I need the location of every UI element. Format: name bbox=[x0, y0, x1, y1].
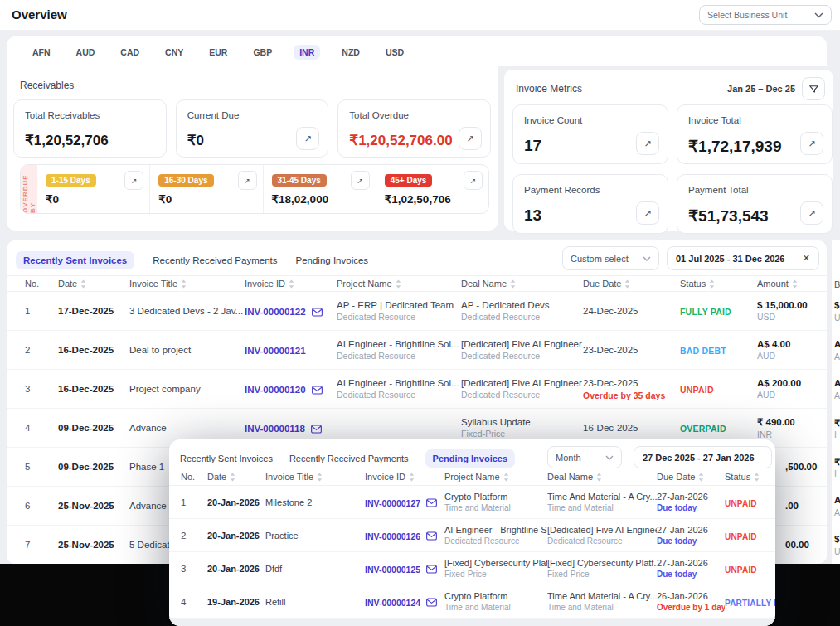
table-row[interactable]: 320-Jan-2026DfdfINV-00000125[Fixed] Cybe… bbox=[169, 552, 775, 585]
currency-tab-nzd[interactable]: NZD bbox=[337, 45, 364, 60]
invoice-id-link[interactable]: INV-00000127 bbox=[365, 498, 437, 508]
clear-date-icon[interactable]: ✕ bbox=[796, 253, 810, 264]
email-icon[interactable] bbox=[426, 598, 437, 607]
column-header-label: Date bbox=[207, 472, 226, 482]
open-details-button[interactable]: ↗ bbox=[464, 171, 483, 190]
email-icon[interactable] bbox=[311, 425, 322, 434]
table-row[interactable]: 419-Jan-2026RefillINV-00000124Crypto Pla… bbox=[169, 585, 775, 619]
cell-invoice-id: INV-00000122 bbox=[245, 303, 337, 318]
currency-tab-gbp[interactable]: GBP bbox=[249, 45, 276, 60]
table-row[interactable]: 120-Jan-2026Milestone 2INV-00000127Crypt… bbox=[169, 486, 775, 519]
invoice-id-link[interactable]: INV-00000126 bbox=[365, 531, 437, 541]
modal-date-range-input[interactable]: 27 Dec 2025 - 27 Jan 2026 bbox=[634, 446, 772, 468]
currency-tab-aud[interactable]: AUD bbox=[72, 45, 100, 60]
sort-icon[interactable] bbox=[230, 473, 235, 482]
open-details-button[interactable]: ↗ bbox=[296, 127, 319, 150]
metric-card: Payment Records13↗ bbox=[512, 174, 668, 234]
email-icon[interactable] bbox=[426, 498, 437, 507]
cell-amount: $ 15,000.00USD bbox=[757, 300, 827, 322]
due-date-value: 23-Dec-2025 bbox=[583, 378, 673, 388]
open-details-button[interactable]: ↗ bbox=[800, 132, 823, 155]
top-header: Overview Select Business Unit bbox=[0, 0, 840, 31]
open-details-button[interactable]: ↗ bbox=[636, 201, 659, 225]
cell-line1: [Dedicated] Five AI Engineer bbox=[461, 378, 576, 388]
invoice-metrics-cards: Invoice Count17↗Invoice Total₹1,72,17,93… bbox=[512, 104, 833, 234]
tab-pending-invoices[interactable]: Pending Invoices bbox=[296, 255, 369, 265]
sort-icon[interactable] bbox=[624, 279, 630, 289]
sort-icon[interactable] bbox=[503, 473, 509, 482]
modal-tab-recently-received-payments[interactable]: Recently Received Payments bbox=[289, 454, 409, 463]
date-range-input[interactable]: 01 Jul 2025 - 31 Dec 2026 ✕ bbox=[667, 246, 819, 270]
modal-tab-pending-invoices[interactable]: Pending Invoices bbox=[425, 449, 515, 468]
sort-icon[interactable] bbox=[709, 279, 715, 289]
tab-recently-sent-invoices[interactable]: Recently Sent Invoices bbox=[16, 251, 134, 269]
due-note: Due today bbox=[657, 503, 718, 512]
cell-due-date: 27-Jan-2026Due today bbox=[657, 492, 725, 512]
email-icon[interactable] bbox=[426, 531, 437, 541]
currency-tab-inr[interactable]: INR bbox=[294, 45, 320, 60]
invoice-id-link[interactable]: INV-00000120 bbox=[245, 385, 323, 395]
clipped-balance-column: B$UAAAA₹I₹IAA$U bbox=[832, 240, 840, 564]
status-badge: OVERPAID bbox=[680, 424, 726, 434]
cell-due-date: 23-Dec-2025 bbox=[583, 345, 680, 355]
open-details-button[interactable]: ↗ bbox=[238, 171, 257, 190]
email-icon[interactable] bbox=[426, 565, 437, 574]
email-icon[interactable] bbox=[312, 386, 323, 395]
balance-fragment: $ bbox=[834, 300, 839, 310]
sort-icon[interactable] bbox=[317, 473, 323, 482]
sort-icon[interactable] bbox=[396, 279, 401, 289]
cell-line2: Time and Material bbox=[547, 603, 650, 612]
period-select[interactable]: Custom select bbox=[562, 246, 659, 270]
balance-fragment: ₹ bbox=[834, 456, 840, 468]
table-row[interactable]: 117-Dec-20253 Dedicated Devs - 2 Jav...I… bbox=[7, 292, 827, 331]
invoice-id-link[interactable]: INV-00000124 bbox=[365, 598, 437, 608]
balance-fragment: A bbox=[834, 339, 840, 349]
amount-currency: AUD bbox=[757, 351, 820, 361]
table-row[interactable]: 220-Jan-2026PracticeINV-00000126AI Engin… bbox=[169, 519, 775, 552]
invoice-id-link[interactable]: INV-00000122 bbox=[245, 307, 323, 317]
invoice-id-link[interactable]: INV-00000118 bbox=[245, 424, 322, 434]
sort-icon[interactable] bbox=[754, 473, 760, 482]
sort-icon[interactable] bbox=[596, 473, 602, 482]
column-header-inner: Invoice ID bbox=[365, 472, 444, 482]
invoice-id-link[interactable]: INV-00000121 bbox=[245, 346, 306, 356]
table-row[interactable]: 216-Dec-2025Deal to projectINV-00000121A… bbox=[7, 331, 827, 370]
modal-tab-recently-sent-invoices[interactable]: Recently Sent Invoices bbox=[180, 454, 273, 463]
tab-recently-received-payments[interactable]: Recently Received Payments bbox=[153, 255, 277, 265]
open-details-button[interactable]: ↗ bbox=[636, 132, 659, 155]
funnel-icon bbox=[808, 84, 819, 95]
sort-icon[interactable] bbox=[181, 279, 187, 289]
cell-line2: Fixed-Price bbox=[547, 570, 650, 579]
table-row[interactable]: 316-Dec-2025Project companyINV-00000120A… bbox=[7, 370, 827, 409]
sort-icon[interactable] bbox=[80, 279, 86, 289]
open-details-button[interactable]: ↗ bbox=[459, 127, 482, 150]
business-unit-select[interactable]: Select Business Unit bbox=[699, 5, 832, 25]
filter-button[interactable] bbox=[802, 77, 825, 100]
sort-icon[interactable] bbox=[409, 473, 415, 482]
cell-amount: A$ 200.00AUD bbox=[757, 378, 827, 400]
cell-invoice-id: INV-00000126 bbox=[365, 528, 444, 543]
sort-icon[interactable] bbox=[698, 473, 704, 482]
overdue-by-strip: OVERDUE BY bbox=[21, 165, 37, 213]
column-header-no: No. bbox=[181, 472, 207, 482]
currency-tab-eur[interactable]: EUR bbox=[205, 45, 231, 60]
currency-tab-cad[interactable]: CAD bbox=[116, 45, 143, 60]
currency-tab-afn[interactable]: AFN bbox=[28, 45, 55, 60]
column-header-label: Due Date bbox=[657, 472, 695, 482]
email-icon[interactable] bbox=[312, 308, 323, 317]
sort-icon[interactable] bbox=[510, 279, 516, 289]
open-details-button[interactable]: ↗ bbox=[124, 171, 143, 190]
overdue-badge: 16-30 Days bbox=[158, 174, 213, 187]
open-details-button[interactable]: ↗ bbox=[351, 171, 370, 190]
cell-line1: - bbox=[337, 423, 454, 433]
currency-tab-usd[interactable]: USD bbox=[381, 45, 408, 60]
card-value: 13 bbox=[524, 206, 541, 225]
modal-period-select[interactable]: Month bbox=[547, 446, 622, 468]
currency-tab-cny[interactable]: CNY bbox=[161, 45, 187, 60]
cell-project-name: [Fixed] Cybersecurity Platf...Fixed-Pric… bbox=[444, 558, 547, 579]
balance-currency-fragment: U bbox=[834, 546, 840, 556]
sort-icon[interactable] bbox=[792, 279, 798, 289]
open-details-button[interactable]: ↗ bbox=[800, 201, 823, 225]
invoice-id-link[interactable]: INV-00000125 bbox=[365, 565, 437, 575]
sort-icon[interactable] bbox=[289, 279, 294, 289]
